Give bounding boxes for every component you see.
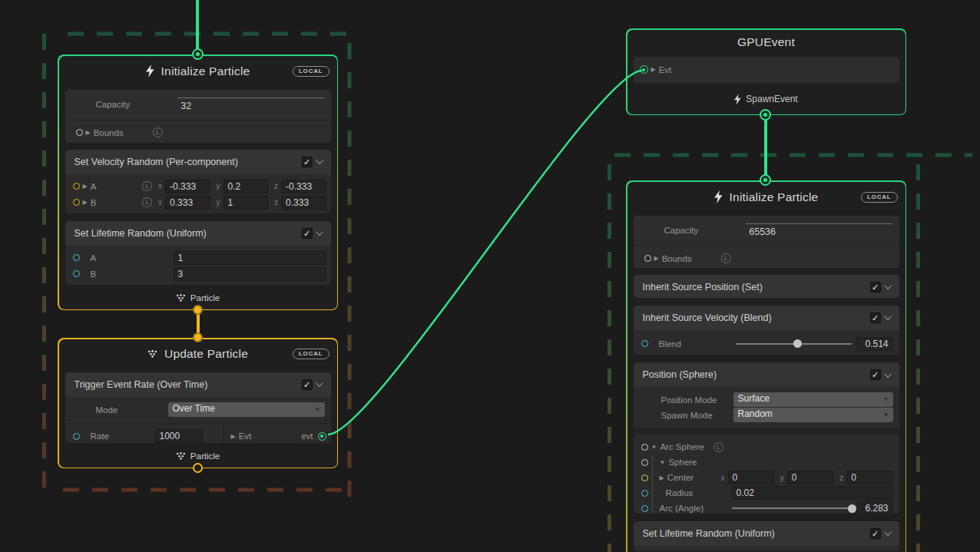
local-space-icon[interactable]: L [142,197,152,207]
particle-output-label: Particle [190,293,220,302]
block-gap [634,428,899,435]
blend-slider[interactable] [736,343,852,345]
collapse-chevron-icon[interactable] [316,228,323,236]
block-set-lifetime-random[interactable]: Set Lifetime Random (Uniform) ✓ A 1 B 3 [65,221,331,285]
init-left-input-flow-port[interactable] [192,48,204,60]
lifetime-b-field[interactable]: 3 [174,267,326,281]
arc-angle-slider[interactable] [732,507,855,509]
expander-icon[interactable]: ▶ [660,474,664,481]
block-trigger-event-rate[interactable]: Trigger Event Rate (Over Time) ✓ Mode Ov… [65,372,331,443]
collapse-chevron-icon[interactable] [316,379,323,387]
block-position-sphere[interactable]: Position (Sphere) ✓ Position Mode Surfac… [634,362,899,514]
sphere-port[interactable] [641,459,648,466]
block-enabled-checkbox[interactable]: ✓ [870,282,881,293]
init-right-input-flow-port[interactable] [760,174,771,186]
spawn-mode-dropdown[interactable]: Random ▼ [733,408,893,422]
capacity-field[interactable]: 65536 [746,223,892,237]
block-enabled-checkbox[interactable]: ✓ [302,379,313,390]
radius-port[interactable] [641,490,648,497]
node-initialize-particle-left[interactable]: Initialize Particle LOCAL Capacity 32 ▶ … [58,55,338,310]
settings-section: Capacity 32 ▶ Bounds L [65,90,331,143]
node-header[interactable]: Update Particle LOCAL [59,339,337,369]
collapse-chevron-icon[interactable] [884,528,892,536]
collapse-chevron-icon[interactable] [316,157,323,164]
center-port[interactable] [641,474,648,481]
center-x-field[interactable]: 0 [728,471,774,484]
rate-field[interactable]: 1000 [155,429,203,443]
vfx-graph-canvas[interactable]: Initialize Particle LOCAL Capacity 32 ▶ … [0,0,980,552]
gpuevent-output-flow-port[interactable] [760,109,771,121]
a-z-field[interactable]: -0.333 [281,180,326,193]
block-enabled-checkbox[interactable]: ✓ [870,528,881,539]
block-enabled-checkbox[interactable]: ✓ [302,157,313,167]
collapse-chevron-icon[interactable] [884,282,892,289]
center-y-field[interactable]: 0 [787,471,833,484]
block-enabled-checkbox[interactable]: ✓ [870,312,881,323]
node-initialize-particle-right[interactable]: Initialize Particle LOCAL Capacity 65536… [626,180,906,552]
radius-field[interactable]: 0.02 [732,486,893,500]
local-space-icon[interactable]: L [153,127,163,137]
block-set-lifetime-random[interactable]: Set Lifetime Random (Uniform) ✓ [634,521,899,552]
local-space-icon[interactable]: L [721,253,731,263]
b-z-field[interactable]: 0.333 [281,196,326,210]
block-title: Set Lifetime Random (Uniform) [643,528,870,539]
capacity-field[interactable]: 32 [177,98,324,111]
arc-angle-field[interactable]: 6.283 [856,501,893,514]
center-z-field[interactable]: 0 [846,471,892,484]
a-x-field[interactable]: -0.333 [165,180,210,193]
init-left-output-flow-port[interactable] [193,305,203,315]
slider-knob[interactable] [848,504,856,513]
evt-input-port[interactable] [640,65,648,74]
local-space-icon[interactable]: L [142,181,152,191]
b-x-field[interactable]: 0.333 [165,196,210,210]
local-space-icon[interactable]: L [713,442,723,452]
update-input-flow-port[interactable] [193,332,203,342]
expander-icon[interactable]: ▼ [660,459,666,466]
expander-icon[interactable]: ▶ [83,183,88,190]
dropdown-arrow-icon: ▼ [315,406,321,413]
node-update-particle[interactable]: Update Particle LOCAL Trigger Event Rate… [58,338,338,468]
slider-knob[interactable] [793,339,802,348]
evt-output-port[interactable] [318,432,326,441]
expander-icon[interactable]: ▶ [86,129,91,136]
lifetime-a-field[interactable]: 1 [174,251,326,265]
a-y-field[interactable]: 0.2 [223,180,268,193]
block-enabled-checkbox[interactable]: ✓ [302,228,313,239]
lifetime-b-port[interactable] [73,270,80,277]
arc-sphere-port[interactable] [641,444,648,451]
node-header[interactable]: Initialize Particle LOCAL [59,56,337,87]
lifetime-a-port[interactable] [73,254,80,261]
lightning-icon [734,94,741,105]
b-y-field[interactable]: 1 [223,196,268,210]
bounds-port[interactable] [644,255,651,262]
expander-icon[interactable]: ▼ [651,444,657,451]
block-inherit-source-velocity[interactable]: Inherit Source Velocity (Blend) ✓ Blend … [634,306,899,355]
particle-icon [176,294,186,302]
arc-angle-port[interactable] [641,505,648,512]
block-inherit-source-position[interactable]: Inherit Source Position (Set) ✓ [634,275,899,298]
node-gpu-event[interactable]: GPUEvent ▶ Evt SpawnEvent [626,28,906,115]
collapse-chevron-icon[interactable] [884,370,892,378]
expander-icon[interactable]: ▶ [654,255,659,262]
velocity-b-port[interactable] [73,199,80,206]
update-output-flow-port[interactable] [193,463,203,473]
a-label: A [91,182,143,191]
blend-field[interactable]: 0.514 [856,337,893,351]
block-set-velocity-random[interactable]: Set Velocity Random (Per-component) ✓ ▶ … [65,150,331,213]
position-mode-dropdown[interactable]: Surface ▼ [733,392,893,407]
collapse-chevron-icon[interactable] [884,312,892,320]
block-enabled-checkbox[interactable]: ✓ [870,369,881,380]
node-title: Initialize Particle [161,64,250,78]
expander-icon[interactable]: ▶ [83,199,88,206]
bounds-port[interactable] [76,129,83,136]
blend-port[interactable] [641,340,648,347]
node-header[interactable]: Initialize Particle LOCAL [627,182,906,213]
node-header[interactable]: GPUEvent [627,30,906,55]
y-axis-label: y [217,198,220,207]
rate-port[interactable] [73,433,80,440]
block-title: Set Velocity Random (Per-component) [74,157,302,167]
velocity-a-port[interactable] [73,183,80,190]
dropdown-arrow-icon: ▼ [883,412,889,418]
mode-dropdown[interactable]: Over Time ▼ [168,402,325,417]
indent-guide [652,485,653,501]
